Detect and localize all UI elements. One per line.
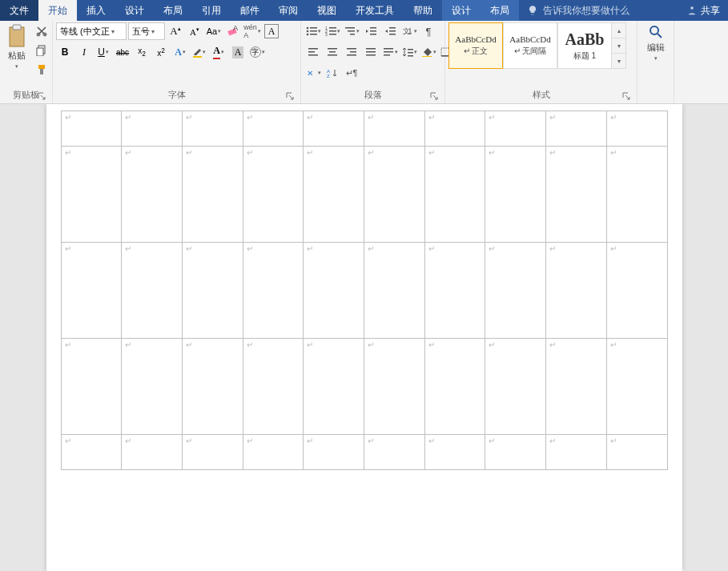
table-cell[interactable]: ↵ — [243, 435, 304, 470]
show-marks-button[interactable]: ¶ — [420, 22, 437, 40]
increase-indent-button[interactable] — [381, 22, 399, 40]
document-table[interactable]: ↵↵↵↵↵↵↵↵↵↵↵↵↵↵↵↵↵↵↵↵↵↵↵↵↵↵↵↵↵↵↵↵↵↵↵↵↵↵↵↵… — [61, 111, 668, 470]
tab-devtools[interactable]: 开发工具 — [346, 0, 404, 21]
strike-button[interactable]: abc — [114, 43, 131, 61]
table-cell[interactable]: ↵ — [606, 435, 667, 470]
change-case-button[interactable]: Aa — [205, 22, 223, 40]
table-cell[interactable]: ↵ — [364, 243, 424, 339]
style-heading1[interactable]: AaBb 标题 1 — [557, 22, 612, 69]
tab-mail[interactable]: 邮件 — [231, 0, 269, 21]
table-cell[interactable]: ↵ — [364, 111, 424, 147]
bold-button[interactable]: B — [56, 43, 74, 61]
tab-home[interactable]: 开始 — [38, 0, 77, 21]
numbering-button[interactable]: 123 — [324, 22, 341, 40]
subscript-button[interactable]: x2 — [133, 43, 151, 61]
table-cell[interactable]: ↵ — [546, 147, 607, 243]
table-cell[interactable]: ↵ — [485, 111, 546, 147]
align-right-button[interactable] — [343, 43, 360, 61]
phonetic-guide-button[interactable]: wénA — [243, 22, 261, 40]
table-cell[interactable]: ↵ — [122, 339, 183, 435]
tab-view[interactable]: 视图 — [308, 0, 346, 21]
table-cell[interactable]: ↵ — [243, 147, 304, 243]
copy-button[interactable] — [33, 42, 50, 59]
tab-table-layout[interactable]: 布局 — [481, 0, 519, 21]
format-painter-button[interactable] — [33, 61, 50, 78]
snap-to-grid-button[interactable]: ✕ — [304, 64, 322, 82]
gallery-row-up[interactable]: ▴ — [612, 23, 625, 38]
align-distribute-button[interactable] — [381, 43, 399, 61]
table-cell[interactable]: ↵ — [304, 435, 364, 470]
document-area[interactable]: ↵↵↵↵↵↵↵↵↵↵↵↵↵↵↵↵↵↵↵↵↵↵↵↵↵↵↵↵↵↵↵↵↵↵↵↵↵↵↵↵… — [0, 104, 728, 571]
table-cell[interactable]: ↵ — [606, 111, 667, 147]
table-cell[interactable]: ↵ — [182, 111, 243, 147]
table-cell[interactable]: ↵ — [546, 339, 607, 435]
table-cell[interactable]: ↵ — [546, 435, 607, 470]
table-cell[interactable]: ↵ — [485, 243, 546, 339]
multilevel-button[interactable] — [343, 22, 360, 40]
underline-button[interactable]: U — [95, 43, 112, 61]
table-cell[interactable]: ↵ — [424, 339, 485, 435]
table-cell[interactable]: ↵ — [182, 339, 243, 435]
tab-references[interactable]: 引用 — [192, 0, 231, 21]
shrink-font-button[interactable]: A▾ — [186, 22, 203, 40]
clipboard-dialog-launcher[interactable] — [38, 92, 47, 102]
table-cell[interactable]: ↵ — [364, 435, 424, 470]
paragraph-dialog-launcher[interactable] — [430, 92, 440, 102]
tab-insert[interactable]: 插入 — [77, 0, 115, 21]
bullets-button[interactable] — [304, 22, 322, 40]
table-cell[interactable]: ↵ — [182, 243, 243, 339]
table-cell[interactable]: ↵ — [424, 243, 485, 339]
table-cell[interactable]: ↵ — [61, 147, 122, 243]
shading-button[interactable] — [420, 43, 437, 61]
table-cell[interactable]: ↵ — [485, 147, 546, 243]
align-center-button[interactable] — [324, 43, 341, 61]
table-cell[interactable]: ↵ — [364, 147, 424, 243]
table-cell[interactable]: ↵ — [364, 339, 424, 435]
table-cell[interactable]: ↵ — [606, 339, 667, 435]
enclose-char-button[interactable]: 字 — [248, 43, 266, 61]
table-cell[interactable]: ↵ — [122, 243, 183, 339]
tab-file[interactable]: 文件 — [0, 0, 38, 21]
show-all-button[interactable]: ↵¶ — [343, 64, 360, 82]
find-button[interactable]: 编辑 ▾ — [644, 22, 668, 63]
tab-help[interactable]: 帮助 — [404, 0, 442, 21]
table-cell[interactable]: ↵ — [61, 111, 122, 147]
char-border-button[interactable]: A — [263, 22, 280, 40]
table-cell[interactable]: ↵ — [61, 339, 122, 435]
styles-dialog-launcher[interactable] — [622, 92, 632, 102]
align-left-button[interactable] — [304, 43, 322, 61]
italic-button[interactable]: I — [75, 43, 93, 61]
line-spacing-button[interactable] — [400, 43, 418, 61]
table-cell[interactable]: ↵ — [122, 111, 183, 147]
sort-button[interactable]: AZ — [324, 64, 341, 82]
clear-formatting-button[interactable]: A — [224, 22, 242, 40]
table-cell[interactable]: ↵ — [304, 111, 364, 147]
table-cell[interactable]: ↵ — [606, 147, 667, 243]
style-nospacing[interactable]: AaBbCcDd ↵ 无间隔 — [503, 22, 557, 69]
table-cell[interactable]: ↵ — [61, 435, 122, 470]
text-effects-button[interactable]: A — [171, 43, 189, 61]
font-size-dropdown[interactable]: 五号▾ — [128, 22, 165, 40]
table-cell[interactable]: ↵ — [304, 147, 364, 243]
table-cell[interactable]: ↵ — [304, 339, 364, 435]
align-justify-button[interactable] — [362, 43, 380, 61]
tab-review[interactable]: 审阅 — [269, 0, 308, 21]
gallery-row-down[interactable]: ▾ — [612, 38, 625, 54]
table-cell[interactable]: ↵ — [243, 111, 304, 147]
tell-me-search[interactable]: 告诉我你想要做什么 — [519, 0, 678, 21]
paste-button[interactable]: 粘贴 ▾ — [3, 22, 30, 71]
table-cell[interactable]: ↵ — [485, 339, 546, 435]
text-direction-button[interactable]: 文 — [400, 22, 418, 40]
table-cell[interactable]: ↵ — [122, 435, 183, 470]
table-cell[interactable]: ↵ — [182, 435, 243, 470]
table-cell[interactable]: ↵ — [546, 111, 607, 147]
font-name-dropdown[interactable]: 等线 (中文正▾ — [56, 22, 127, 40]
table-cell[interactable]: ↵ — [485, 435, 546, 470]
tab-table-design[interactable]: 设计 — [442, 0, 481, 21]
tab-design[interactable]: 设计 — [115, 0, 154, 21]
superscript-button[interactable]: x2 — [152, 43, 170, 61]
table-cell[interactable]: ↵ — [606, 243, 667, 339]
highlight-button[interactable] — [191, 43, 208, 61]
table-cell[interactable]: ↵ — [424, 147, 485, 243]
decrease-indent-button[interactable] — [362, 22, 380, 40]
